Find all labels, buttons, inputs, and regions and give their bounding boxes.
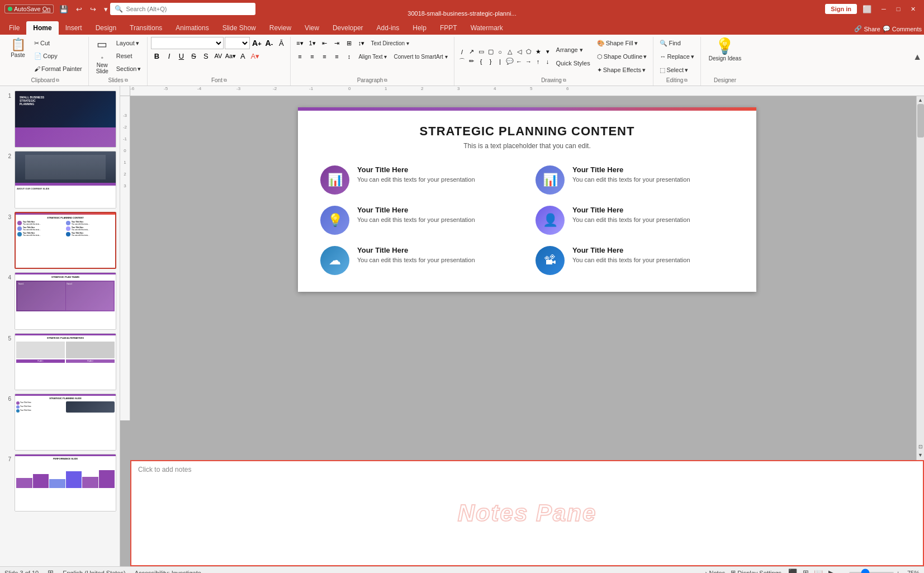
cut-button[interactable]: ✂ Cut xyxy=(31,37,85,49)
slide-img-5[interactable]: STRATEGIC PLAN ALTERNATIVES PLAN 1 PLAN … xyxy=(15,333,116,390)
underline-button[interactable]: U xyxy=(176,50,187,61)
format-painter-button[interactable]: 🖌 Format Painter xyxy=(31,63,85,75)
columns-button[interactable]: ⊞ xyxy=(343,37,354,49)
slide-item-3-title[interactable]: Your Title Here xyxy=(357,206,475,214)
highlight-button[interactable]: A xyxy=(237,50,248,61)
copy-button[interactable]: 📄 Copy xyxy=(31,50,85,62)
reset-button[interactable]: Reset xyxy=(113,50,144,62)
shape-line[interactable]: / xyxy=(458,48,467,56)
font-shrink-button[interactable]: A- xyxy=(263,37,274,49)
spacing-button[interactable]: AV xyxy=(212,50,224,61)
slide-item-6-desc[interactable]: You can edit this texts for your present… xyxy=(572,256,690,264)
slide-sorter-button[interactable]: ⊞ xyxy=(800,568,811,574)
comments-button[interactable]: 💬 Comments xyxy=(883,25,922,32)
paragraph-expand-icon[interactable]: ⧉ xyxy=(384,78,387,83)
tab-design[interactable]: Design xyxy=(89,21,123,35)
slide-thumb-2[interactable]: 2 ABOUT OUR COMPANY SLIDE xyxy=(3,151,116,208)
close-button[interactable]: ✕ xyxy=(906,3,920,15)
slide-img-6[interactable]: STRATEGIC PLANNING SLIDE Your Title Here… xyxy=(15,394,116,451)
clipboard-expand-icon[interactable]: ⧉ xyxy=(56,78,59,83)
shape-right[interactable]: → xyxy=(524,57,533,66)
select-button[interactable]: ⬚ Select ▾ xyxy=(657,64,691,76)
ribbon-display-button[interactable]: ⬜ xyxy=(860,4,874,15)
ribbon-collapse[interactable]: ▲ xyxy=(913,37,922,86)
slide-item-2[interactable]: 📊 Your Title Here You can edit this text… xyxy=(536,165,734,195)
arrange-button[interactable]: Arrange ▾ xyxy=(553,44,593,56)
shape-outline-button[interactable]: ⬡ Shape Outline ▾ xyxy=(594,50,650,63)
shape-up[interactable]: ↑ xyxy=(534,57,543,66)
font-expand-icon[interactable]: ⧉ xyxy=(224,78,227,83)
drawing-expand-icon[interactable]: ⧉ xyxy=(563,78,566,83)
quick-styles-button[interactable]: Quick Styles xyxy=(553,57,593,69)
numbered-list-button[interactable]: 1▾ xyxy=(306,37,318,49)
tab-file[interactable]: File xyxy=(2,21,26,35)
shape-pent[interactable]: ⬠ xyxy=(524,48,533,56)
shape-curve[interactable]: ⌒ xyxy=(458,57,467,66)
align-text-button[interactable]: Align Text ▾ xyxy=(356,50,390,63)
shape-line2[interactable]: | xyxy=(496,57,505,66)
clear-format-button[interactable]: Ā xyxy=(276,37,287,49)
find-button[interactable]: 🔍 Find xyxy=(657,37,683,49)
autosave-badge[interactable]: AutoSave On xyxy=(4,4,54,13)
slide-item-3[interactable]: 💡 Your Title Here You can edit this text… xyxy=(320,206,519,235)
shape-tri[interactable]: △ xyxy=(505,48,514,56)
font-name-select[interactable] xyxy=(151,37,224,49)
layout-button[interactable]: Layout ▾ xyxy=(113,37,144,49)
replace-button[interactable]: ↔ Replace ▾ xyxy=(657,50,696,63)
slide-thumb-5[interactable]: 5 STRATEGIC PLAN ALTERNATIVES PLAN 1 PLA… xyxy=(3,333,116,390)
minimize-button[interactable]: ─ xyxy=(877,3,890,15)
slide-body[interactable]: STRATEGIC PLANNING CONTENT This is a tex… xyxy=(298,111,756,292)
accessibility-label[interactable]: Accessibility: Investigate xyxy=(135,570,201,574)
italic-button[interactable]: I xyxy=(163,50,174,61)
align-right-button[interactable]: ≡ xyxy=(319,51,330,62)
slide-workspace[interactable]: STRATEGIC PLANNING CONTENT This is a tex… xyxy=(130,96,924,460)
tab-view[interactable]: View xyxy=(298,21,326,35)
scroll-thumb[interactable] xyxy=(917,104,924,138)
shape-left[interactable]: ← xyxy=(515,57,524,66)
slide-item-5[interactable]: ☁ Your Title Here You can edit this text… xyxy=(320,246,519,275)
slide-img-3[interactable]: STRATEGIC PLANNING CONTENT Your Title He… xyxy=(15,212,116,269)
search-bar[interactable]: 🔍 xyxy=(110,3,255,15)
share-button[interactable]: 🔗 Share xyxy=(854,25,880,32)
font-color-button[interactable]: A▾ xyxy=(249,50,260,61)
text-direction-button[interactable]: ↕▾ xyxy=(356,37,367,49)
restore-button[interactable]: □ xyxy=(892,3,905,15)
collapse-ribbon-button[interactable]: ▲ xyxy=(913,52,922,62)
shape-fill-button[interactable]: 🎨 Shape Fill ▾ xyxy=(594,37,650,49)
shape-oval[interactable]: ○ xyxy=(496,48,505,56)
tab-fppt[interactable]: FPPT xyxy=(433,21,464,35)
tab-animations[interactable]: Animations xyxy=(169,21,215,35)
tab-review[interactable]: Review xyxy=(263,21,298,35)
zoom-level[interactable]: 75% xyxy=(903,570,920,574)
shape-arrow[interactable]: ↗ xyxy=(467,48,476,56)
shape-freeform[interactable]: ✏ xyxy=(467,57,476,66)
tab-watermark[interactable]: Watermark xyxy=(464,21,510,35)
tab-addins[interactable]: Add-ins xyxy=(370,21,406,35)
slide-item-5-desc[interactable]: You can edit this texts for your present… xyxy=(357,256,475,264)
slide-img-2[interactable]: ABOUT OUR COMPANY SLIDE xyxy=(15,151,116,208)
change-case-button[interactable]: Aa▾ xyxy=(225,50,236,61)
slide-img-4[interactable]: STRATEGIC PLAN TEAMS Name1 Name2 xyxy=(15,272,116,329)
slide-thumb-1[interactable]: 1 SMALL BUSINESSSTRATEGICPLANNING xyxy=(3,91,116,148)
tab-developer[interactable]: Developer xyxy=(326,21,370,35)
shape-more[interactable]: ▾ xyxy=(543,48,552,56)
slide-item-4-title[interactable]: Your Title Here xyxy=(572,206,690,214)
shape-roundrect[interactable]: ▢ xyxy=(486,48,495,56)
display-settings-button[interactable]: ⊞ Display Settings xyxy=(731,569,781,573)
notes-click-text[interactable]: Click to add notes xyxy=(131,461,923,478)
slide-img-7[interactable]: PERFORMANCE SLIDE xyxy=(15,454,116,511)
slide-subtitle[interactable]: This is a text placeholder that you can … xyxy=(320,142,734,150)
slide-item-1[interactable]: 📊 Your Title Here You can edit this text… xyxy=(320,165,519,195)
shadow-button[interactable]: S xyxy=(200,50,211,61)
slide-item-2-title[interactable]: Your Title Here xyxy=(572,165,690,174)
zoom-out-button[interactable]: − xyxy=(842,570,846,574)
editing-expand-icon[interactable]: ⧉ xyxy=(684,78,688,83)
design-ideas-button[interactable]: 💡 Design Ideas xyxy=(704,37,746,63)
increase-indent-button[interactable]: ⇥ xyxy=(331,37,342,49)
slide-item-4[interactable]: 👤 Your Title Here You can edit this text… xyxy=(536,206,734,235)
scroll-fit-button[interactable]: ⊡ xyxy=(917,443,925,451)
decrease-indent-button[interactable]: ⇤ xyxy=(319,37,330,49)
undo-button[interactable]: ↩ xyxy=(74,4,84,15)
tab-transitions[interactable]: Transitions xyxy=(123,21,169,35)
paste-button[interactable]: 📋 Paste xyxy=(6,37,30,60)
